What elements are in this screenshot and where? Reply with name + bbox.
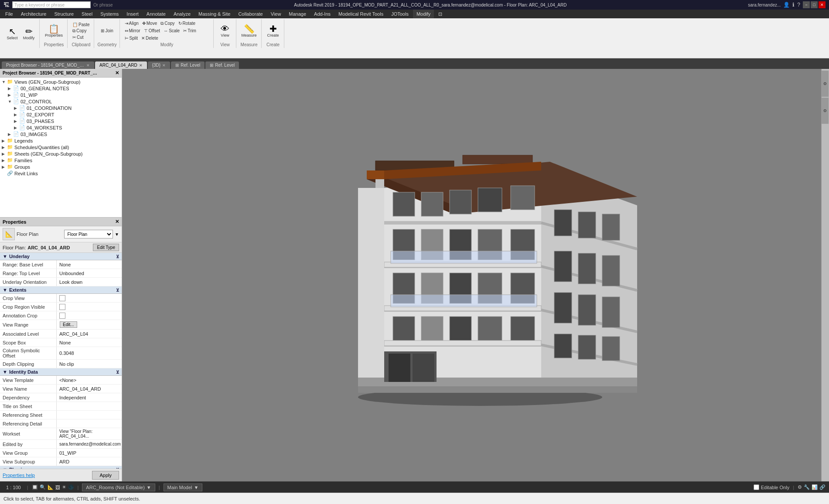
- tree-expander[interactable]: ▶: [14, 112, 19, 117]
- mirror-button[interactable]: ⇔Mirror: [123, 28, 142, 34]
- tree-item[interactable]: ▶📄02_EXPORT: [0, 111, 122, 118]
- tree-item[interactable]: ▶📄01_WIP: [0, 92, 122, 98]
- tree-item[interactable]: ▶📁Groups: [0, 163, 122, 170]
- menu-insert[interactable]: Insert: [123, 10, 142, 18]
- scale-button[interactable]: ↔Scale: [162, 28, 181, 34]
- copy-geom-button[interactable]: ⧉Copy: [159, 20, 176, 27]
- tab-3d[interactable]: {3D} ✕: [148, 61, 170, 69]
- menu-systems[interactable]: Systems: [97, 10, 122, 18]
- view-range-edit-btn[interactable]: Edit...: [60, 321, 77, 328]
- tab-ref-level-1[interactable]: ⊞ Ref. Level: [171, 61, 205, 69]
- edit-type-button[interactable]: Edit Type: [93, 244, 119, 251]
- menu-collaborate[interactable]: Collaborate: [235, 10, 266, 18]
- info-icon[interactable]: ℹ: [792, 2, 795, 8]
- prop-value-view-group[interactable]: 01_WIP: [57, 449, 122, 457]
- crop-region-checkbox[interactable]: [59, 304, 65, 310]
- menu-massing[interactable]: Massing & Site: [195, 10, 234, 18]
- prop-value-underlay-orient[interactable]: Look down: [57, 278, 122, 286]
- tab-arc04[interactable]: ARC_04_L04_ARD ✕: [95, 61, 147, 69]
- workset-selector[interactable]: ARC_Rooms (Not Editable) ▼: [82, 484, 155, 491]
- properties-ribbon-button[interactable]: 📋 Properties: [43, 24, 65, 38]
- section-identity[interactable]: ▼ Identity Data ⊻: [0, 368, 122, 376]
- menu-architecture[interactable]: Architecture: [17, 10, 50, 18]
- pp-type-dropdown[interactable]: Floor Plan: [64, 230, 113, 238]
- tree-expander[interactable]: ▶: [8, 86, 13, 91]
- menu-addins[interactable]: Add-Ins: [310, 10, 334, 18]
- prop-value-annotation-crop[interactable]: [57, 311, 122, 320]
- editable-only-checkbox[interactable]: [754, 484, 759, 490]
- menu-analyze[interactable]: Analyze: [170, 10, 194, 18]
- minimize-button[interactable]: −: [803, 1, 810, 8]
- tree-item[interactable]: 🔗Revit Links: [0, 170, 122, 177]
- split-button[interactable]: ⊢Split: [123, 35, 139, 41]
- prop-value-scope-box[interactable]: None: [57, 338, 122, 347]
- tree-item[interactable]: ▶📁Schedules/Quantities (all): [0, 144, 122, 150]
- status-icon-2[interactable]: 🔧: [804, 484, 810, 490]
- tree-expander[interactable]: ▶: [2, 139, 7, 143]
- properties-help-link[interactable]: Properties help: [3, 473, 35, 478]
- tree-expander[interactable]: ▶: [2, 145, 7, 150]
- prop-value-base-level[interactable]: None: [57, 260, 122, 269]
- menu-file[interactable]: File: [2, 10, 17, 18]
- tree-expander[interactable]: ▶: [8, 132, 13, 136]
- tree-item[interactable]: ▼📄02_CONTROL: [0, 98, 122, 105]
- tree-expander[interactable]: ▼: [2, 80, 7, 84]
- menu-view[interactable]: View: [267, 10, 285, 18]
- select-button[interactable]: ↖ Select: [4, 26, 20, 41]
- tab-3d-close[interactable]: ✕: [162, 63, 166, 68]
- menu-steel[interactable]: Steel: [78, 10, 96, 18]
- maximize-button[interactable]: □: [811, 1, 818, 8]
- view-controls[interactable]: 🔲 🔍 📐 🖼 ☀ 🌑: [32, 484, 74, 490]
- align-button[interactable]: ⇥Align: [123, 20, 140, 26]
- crop-view-checkbox[interactable]: [59, 295, 65, 301]
- measure-ribbon-button[interactable]: 📏 Measure: [240, 24, 259, 38]
- menu-modify[interactable]: Modify: [413, 10, 434, 18]
- tree-item[interactable]: ▶📁Sheets (GEN_Group-Subgroup): [0, 150, 122, 157]
- menu-modelical[interactable]: Modelical Revit Tools: [335, 10, 387, 18]
- tree-item[interactable]: ▶📄03_IMAGES: [0, 131, 122, 137]
- tree-item[interactable]: ▶📁Families: [0, 157, 122, 163]
- prop-value-depth-clipping[interactable]: No clip: [57, 360, 122, 368]
- create-ribbon-button[interactable]: ✚ Create: [265, 24, 281, 38]
- tree-item[interactable]: ▶📁Legends: [0, 137, 122, 144]
- tree-item[interactable]: ▶📄03_PHASES: [0, 118, 122, 124]
- join-button[interactable]: ⊞Join: [99, 28, 114, 34]
- view-ribbon-button[interactable]: 👁 View: [217, 24, 233, 38]
- cut-button[interactable]: ✂Cut: [71, 34, 91, 40]
- copy-button[interactable]: ⧉Copy: [71, 28, 91, 34]
- annotation-crop-checkbox[interactable]: [59, 313, 65, 319]
- tree-expander[interactable]: ▶: [2, 158, 7, 163]
- tree-expander[interactable]: ▶: [14, 119, 19, 123]
- menu-jotools[interactable]: JOTools: [388, 10, 412, 18]
- pp-close-btn[interactable]: ✕: [115, 219, 119, 225]
- prop-value-col-symbolic[interactable]: 0.3048: [57, 347, 122, 359]
- prop-value-crop-view[interactable]: [57, 294, 122, 302]
- menu-extra[interactable]: ⊡: [435, 10, 446, 18]
- search-box[interactable]: Type a keyword or phrase: [12, 1, 91, 8]
- tree-expander[interactable]: ▶: [2, 152, 7, 156]
- section-underlay[interactable]: ▼ Underlay ⊻: [0, 253, 122, 260]
- tree-expander[interactable]: ▶: [14, 126, 19, 130]
- close-button[interactable]: ✕: [819, 1, 826, 8]
- offset-button[interactable]: ⊤Offset: [143, 28, 162, 34]
- tab-arc04-close[interactable]: ✕: [139, 63, 143, 68]
- tree-expander[interactable]: ▶: [2, 165, 7, 169]
- menu-structure[interactable]: Structure: [51, 10, 77, 18]
- section-extents[interactable]: ▼ Extents ⊻: [0, 286, 122, 294]
- rotate-button[interactable]: ↻Rotate: [177, 20, 197, 26]
- prop-value-top-level[interactable]: Unbounded: [57, 269, 122, 277]
- tab-project-browser-close[interactable]: ✕: [86, 63, 90, 68]
- apply-button[interactable]: Apply: [92, 471, 119, 480]
- tree-item[interactable]: ▶📄01_COORDINATION: [0, 105, 122, 111]
- tree-item[interactable]: ▶📄00_GENERAL NOTES: [0, 85, 122, 92]
- tree-expander[interactable]: ▶: [14, 106, 19, 110]
- tree-expander[interactable]: ▼: [8, 99, 13, 104]
- prop-value-title-on-sheet[interactable]: [57, 402, 122, 410]
- prop-value-view-template[interactable]: <None>: [57, 376, 122, 384]
- delete-button[interactable]: ✕Delete: [140, 35, 160, 41]
- pb-close-btn[interactable]: ✕: [115, 70, 119, 76]
- tree-expander[interactable]: ▶: [8, 93, 13, 97]
- help-icon[interactable]: ?: [797, 2, 800, 8]
- prop-value-crop-region[interactable]: [57, 303, 122, 311]
- modify-button[interactable]: ✏ Modify: [21, 26, 37, 41]
